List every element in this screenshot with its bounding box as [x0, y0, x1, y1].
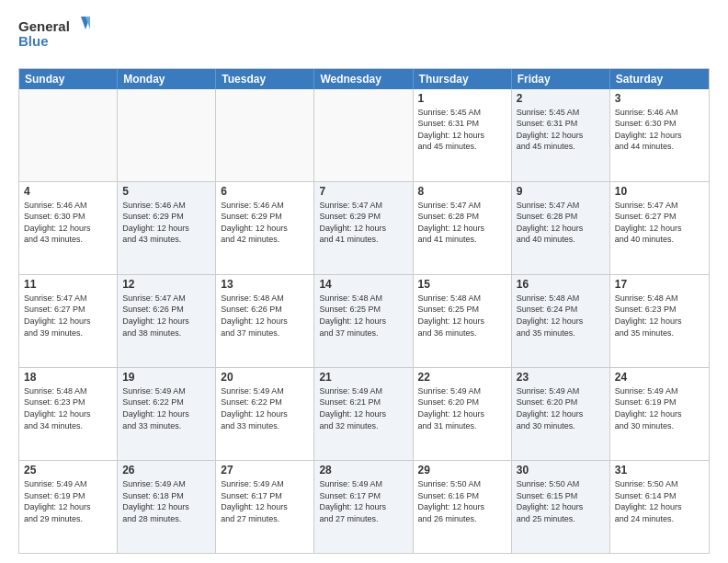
calendar-cell: 14Sunrise: 5:48 AMSunset: 6:25 PMDayligh…: [314, 275, 413, 367]
calendar-cell: 21Sunrise: 5:49 AMSunset: 6:21 PMDayligh…: [314, 368, 413, 460]
calendar-header-cell: Saturday: [610, 69, 709, 89]
calendar-header-cell: Wednesday: [314, 69, 413, 89]
day-number: 2: [517, 92, 605, 105]
calendar-cell: 29Sunrise: 5:50 AMSunset: 6:16 PMDayligh…: [414, 461, 512, 553]
day-number: 22: [418, 371, 506, 384]
calendar: SundayMondayTuesdayWednesdayThursdayFrid…: [18, 68, 710, 554]
day-info: Sunrise: 5:50 AMSunset: 6:14 PMDaylight:…: [615, 478, 704, 524]
logo-svg: General Blue: [18, 15, 92, 55]
day-number: 31: [615, 464, 704, 477]
calendar-cell: 22Sunrise: 5:49 AMSunset: 6:20 PMDayligh…: [414, 368, 512, 460]
day-number: 10: [615, 185, 704, 198]
day-number: 14: [319, 278, 407, 291]
day-info: Sunrise: 5:47 AMSunset: 6:27 PMDaylight:…: [24, 293, 112, 339]
calendar-header-cell: Tuesday: [216, 69, 314, 89]
calendar-cell: 9Sunrise: 5:47 AMSunset: 6:28 PMDaylight…: [512, 182, 610, 274]
day-info: Sunrise: 5:47 AMSunset: 6:26 PMDaylight:…: [122, 293, 210, 339]
calendar-cell: 27Sunrise: 5:49 AMSunset: 6:17 PMDayligh…: [216, 461, 314, 553]
calendar-cell: 10Sunrise: 5:47 AMSunset: 6:27 PMDayligh…: [610, 182, 709, 274]
calendar-header-cell: Sunday: [19, 69, 118, 89]
day-info: Sunrise: 5:47 AMSunset: 6:28 PMDaylight:…: [517, 200, 605, 246]
day-number: 23: [517, 371, 605, 384]
day-info: Sunrise: 5:49 AMSunset: 6:21 PMDaylight:…: [319, 385, 407, 431]
calendar-cell: 15Sunrise: 5:48 AMSunset: 6:25 PMDayligh…: [414, 275, 512, 367]
day-number: 17: [615, 278, 704, 291]
calendar-row: 4Sunrise: 5:46 AMSunset: 6:30 PMDaylight…: [19, 181, 709, 274]
calendar-cell: [216, 89, 314, 181]
calendar-cell: [118, 89, 216, 181]
day-number: 4: [24, 185, 112, 198]
calendar-cell: 1Sunrise: 5:45 AMSunset: 6:31 PMDaylight…: [414, 89, 512, 181]
day-info: Sunrise: 5:49 AMSunset: 6:19 PMDaylight:…: [24, 478, 112, 524]
logo: General Blue: [18, 15, 92, 59]
day-info: Sunrise: 5:48 AMSunset: 6:25 PMDaylight:…: [319, 293, 407, 339]
day-number: 20: [221, 371, 309, 384]
day-info: Sunrise: 5:48 AMSunset: 6:23 PMDaylight:…: [615, 293, 704, 339]
day-number: 30: [517, 464, 605, 477]
day-info: Sunrise: 5:49 AMSunset: 6:17 PMDaylight:…: [221, 478, 309, 524]
day-info: Sunrise: 5:49 AMSunset: 6:18 PMDaylight:…: [122, 478, 210, 524]
day-info: Sunrise: 5:49 AMSunset: 6:20 PMDaylight:…: [517, 385, 605, 431]
calendar-cell: 28Sunrise: 5:49 AMSunset: 6:17 PMDayligh…: [314, 461, 413, 553]
day-info: Sunrise: 5:48 AMSunset: 6:24 PMDaylight:…: [517, 293, 605, 339]
day-info: Sunrise: 5:47 AMSunset: 6:27 PMDaylight:…: [615, 200, 704, 246]
day-number: 1: [418, 92, 506, 105]
calendar-header-cell: Friday: [512, 69, 610, 89]
header: General Blue: [18, 15, 710, 59]
svg-text:General: General: [18, 18, 70, 34]
day-number: 3: [615, 92, 704, 105]
day-info: Sunrise: 5:45 AMSunset: 6:31 PMDaylight:…: [418, 107, 506, 153]
calendar-header-cell: Monday: [118, 69, 216, 89]
calendar-row: 11Sunrise: 5:47 AMSunset: 6:27 PMDayligh…: [19, 274, 709, 367]
day-info: Sunrise: 5:49 AMSunset: 6:20 PMDaylight:…: [418, 385, 506, 431]
day-number: 5: [122, 185, 210, 198]
day-number: 18: [24, 371, 112, 384]
calendar-cell: 30Sunrise: 5:50 AMSunset: 6:15 PMDayligh…: [512, 461, 610, 553]
calendar-row: 25Sunrise: 5:49 AMSunset: 6:19 PMDayligh…: [19, 460, 709, 553]
calendar-row: 1Sunrise: 5:45 AMSunset: 6:31 PMDaylight…: [19, 89, 709, 181]
day-info: Sunrise: 5:49 AMSunset: 6:17 PMDaylight:…: [319, 478, 407, 524]
day-number: 21: [319, 371, 407, 384]
day-info: Sunrise: 5:48 AMSunset: 6:26 PMDaylight:…: [221, 293, 309, 339]
day-number: 6: [221, 185, 309, 198]
day-info: Sunrise: 5:50 AMSunset: 6:16 PMDaylight:…: [418, 478, 506, 524]
day-number: 9: [517, 185, 605, 198]
calendar-cell: 2Sunrise: 5:45 AMSunset: 6:31 PMDaylight…: [512, 89, 610, 181]
day-info: Sunrise: 5:47 AMSunset: 6:28 PMDaylight:…: [418, 200, 506, 246]
calendar-cell: 3Sunrise: 5:46 AMSunset: 6:30 PMDaylight…: [610, 89, 709, 181]
day-number: 8: [418, 185, 506, 198]
calendar-cell: 26Sunrise: 5:49 AMSunset: 6:18 PMDayligh…: [118, 461, 216, 553]
day-number: 15: [418, 278, 506, 291]
day-number: 16: [517, 278, 605, 291]
day-info: Sunrise: 5:49 AMSunset: 6:19 PMDaylight:…: [615, 385, 704, 431]
calendar-cell: 5Sunrise: 5:46 AMSunset: 6:29 PMDaylight…: [118, 182, 216, 274]
day-info: Sunrise: 5:49 AMSunset: 6:22 PMDaylight:…: [221, 385, 309, 431]
day-number: 25: [24, 464, 112, 477]
day-info: Sunrise: 5:50 AMSunset: 6:15 PMDaylight:…: [517, 478, 605, 524]
day-number: 7: [319, 185, 407, 198]
day-info: Sunrise: 5:46 AMSunset: 6:30 PMDaylight:…: [615, 107, 704, 153]
calendar-cell: 31Sunrise: 5:50 AMSunset: 6:14 PMDayligh…: [610, 461, 709, 553]
calendar-header-cell: Thursday: [414, 69, 512, 89]
calendar-body: 1Sunrise: 5:45 AMSunset: 6:31 PMDaylight…: [19, 89, 709, 553]
day-info: Sunrise: 5:46 AMSunset: 6:29 PMDaylight:…: [122, 200, 210, 246]
day-number: 28: [319, 464, 407, 477]
day-number: 27: [221, 464, 309, 477]
calendar-cell: 16Sunrise: 5:48 AMSunset: 6:24 PMDayligh…: [512, 275, 610, 367]
day-number: 12: [122, 278, 210, 291]
day-number: 29: [418, 464, 506, 477]
day-info: Sunrise: 5:48 AMSunset: 6:23 PMDaylight:…: [24, 385, 112, 431]
calendar-cell: 24Sunrise: 5:49 AMSunset: 6:19 PMDayligh…: [610, 368, 709, 460]
calendar-cell: 12Sunrise: 5:47 AMSunset: 6:26 PMDayligh…: [118, 275, 216, 367]
calendar-cell: 19Sunrise: 5:49 AMSunset: 6:22 PMDayligh…: [118, 368, 216, 460]
day-info: Sunrise: 5:47 AMSunset: 6:29 PMDaylight:…: [319, 200, 407, 246]
calendar-cell: 6Sunrise: 5:46 AMSunset: 6:29 PMDaylight…: [216, 182, 314, 274]
day-info: Sunrise: 5:46 AMSunset: 6:29 PMDaylight:…: [221, 200, 309, 246]
calendar-cell: 4Sunrise: 5:46 AMSunset: 6:30 PMDaylight…: [19, 182, 118, 274]
day-info: Sunrise: 5:46 AMSunset: 6:30 PMDaylight:…: [24, 200, 112, 246]
svg-text:Blue: Blue: [18, 33, 49, 49]
day-number: 24: [615, 371, 704, 384]
calendar-cell: 18Sunrise: 5:48 AMSunset: 6:23 PMDayligh…: [19, 368, 118, 460]
logo-wordmark: General Blue: [18, 15, 92, 59]
day-number: 11: [24, 278, 112, 291]
